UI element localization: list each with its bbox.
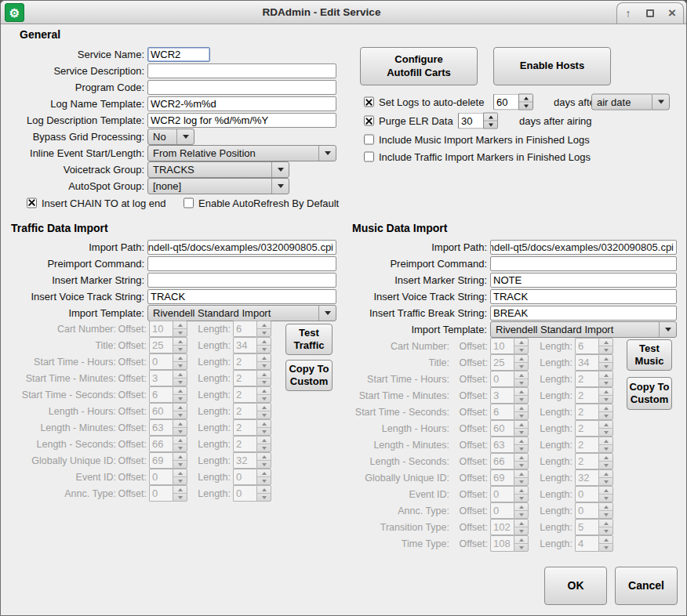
program-code-label: Program Code: xyxy=(7,82,147,93)
chevron-down-icon xyxy=(271,179,289,194)
spin-down-icon[interactable] xyxy=(484,121,497,129)
traffic-import-path-input[interactable]: endell-qt5/docs/examples/0320090805.cpi xyxy=(147,240,336,255)
auto-delete-basis-dropdown[interactable]: air date xyxy=(591,94,670,111)
offset-label: Offset: xyxy=(455,456,488,467)
voicetrack-group-row: Voicetrack Group: TRACKS xyxy=(7,161,344,178)
offset-spinbox-value: 69 xyxy=(490,469,514,486)
service-name-input[interactable] xyxy=(147,47,210,62)
inline-event-dropdown[interactable]: From Relative Position xyxy=(147,145,336,161)
service-description-input[interactable] xyxy=(147,63,336,78)
spinner-buttons xyxy=(598,354,613,371)
length-spinbox: 0 xyxy=(575,502,613,519)
auto-delete-days-value[interactable]: 60 xyxy=(493,94,518,111)
traffic-copy-to-custom-button[interactable]: Copy To Custom xyxy=(285,360,333,391)
length-label: Length: xyxy=(536,538,572,549)
insert-marker-label: Insert Marker String: xyxy=(346,274,490,286)
import-offset-row: Time Type:Offset:108Length:4 xyxy=(1,535,687,552)
ok-button[interactable]: OK xyxy=(544,567,607,605)
import-offset-row: Start Time - Seconds:Offset:6Length:2 xyxy=(1,404,687,420)
import-offset-row: Globally Unique ID:Offset:69Length:32 xyxy=(1,469,687,486)
preimport-command-label: Preimport Command: xyxy=(7,258,147,270)
traffic-voice-track-row: Insert Voice Track String: xyxy=(7,288,344,305)
cancel-button[interactable]: Cancel xyxy=(615,567,678,605)
spin-up-icon xyxy=(599,371,612,379)
traffic-import-template-dropdown[interactable]: Rivendell Standard Import xyxy=(147,305,336,321)
length-label: Length: xyxy=(536,407,572,418)
configure-autofill-carts-button[interactable]: Configure Autofill Carts xyxy=(360,47,478,85)
include-music-markers-checkbox[interactable] xyxy=(364,135,374,145)
purge-elr-days-value[interactable]: 30 xyxy=(458,113,483,129)
close-icon[interactable]: × xyxy=(663,5,681,21)
voicetrack-group-label: Voicetrack Group: xyxy=(7,164,147,176)
spin-down-icon[interactable] xyxy=(519,103,533,110)
music-insert-voice-track-input[interactable] xyxy=(490,289,677,304)
music-preimport-command-input[interactable] xyxy=(490,256,677,271)
include-traffic-markers-checkbox[interactable] xyxy=(364,152,374,162)
spin-down-icon xyxy=(514,495,528,502)
offset-label: Offset: xyxy=(455,390,488,401)
chain-to-checkbox[interactable] xyxy=(27,197,37,208)
music-copy-to-custom-button[interactable]: Copy To Custom xyxy=(627,377,672,410)
auto-delete-checkbox[interactable] xyxy=(364,97,374,107)
spin-down-icon xyxy=(599,544,612,551)
bypass-grid-dropdown[interactable]: No xyxy=(147,129,194,145)
length-label: Length: xyxy=(536,473,572,484)
music-insert-traffic-break-input[interactable] xyxy=(490,306,677,321)
general-heading: General xyxy=(20,28,60,41)
offset-spinbox: 0 xyxy=(490,502,529,519)
offset-label: Offset: xyxy=(455,440,488,451)
purge-elr-checkbox[interactable] xyxy=(364,116,374,126)
shade-icon[interactable]: ↑ xyxy=(620,5,637,21)
offset-spinbox-value: 63 xyxy=(490,437,514,453)
traffic-preimport-command-input[interactable] xyxy=(147,256,336,271)
spin-down-icon xyxy=(599,412,612,419)
test-traffic-button[interactable]: Test Traffic xyxy=(285,324,333,355)
length-label: Length: xyxy=(536,489,572,500)
spin-up-icon xyxy=(599,536,612,544)
spin-up-icon[interactable] xyxy=(484,114,497,121)
bypass-grid-value: No xyxy=(148,131,176,143)
offset-row-label: Time Type: xyxy=(297,538,449,549)
length-spinbox-value: 4 xyxy=(575,535,598,552)
voicetrack-group-dropdown[interactable]: TRACKS xyxy=(147,161,289,178)
offset-spinbox-value: 66 xyxy=(490,453,514,469)
length-spinbox-value: 2 xyxy=(575,453,598,469)
auto-delete-days-spinbox[interactable]: 60 xyxy=(493,94,533,111)
spin-up-icon xyxy=(514,421,528,429)
traffic-marker-row: Insert Marker String: xyxy=(7,272,344,288)
length-label: Length: xyxy=(536,440,572,451)
autospot-group-dropdown[interactable]: [none] xyxy=(147,178,289,194)
music-insert-marker-input[interactable] xyxy=(490,273,677,288)
test-music-button[interactable]: Test Music xyxy=(627,339,672,371)
spinner-buttons xyxy=(256,321,271,337)
chevron-down-icon xyxy=(271,162,289,177)
spin-up-icon xyxy=(514,355,528,363)
log-description-template-input[interactable] xyxy=(147,113,336,128)
offset-spinbox: 10 xyxy=(149,321,187,337)
traffic-insert-voice-track-input[interactable] xyxy=(147,289,336,304)
autorefresh-checkbox[interactable] xyxy=(184,197,194,208)
music-import-path-input[interactable]: endell-qt5/docs/examples/0320090805.cpi xyxy=(490,240,677,255)
autospot-group-row: AutoSpot Group: [none] xyxy=(7,178,344,194)
length-label: Length: xyxy=(536,456,572,467)
spin-up-icon[interactable] xyxy=(519,95,533,103)
log-name-template-input[interactable] xyxy=(147,96,336,111)
offset-row-label: Start Time - Minutes: xyxy=(297,390,449,401)
length-label: Length: xyxy=(536,357,572,368)
spinner-buttons xyxy=(514,519,529,535)
program-code-input[interactable] xyxy=(147,80,336,95)
purge-elr-days-spinbox[interactable]: 30 xyxy=(458,113,498,129)
spin-down-icon xyxy=(599,462,612,469)
traffic-insert-marker-input[interactable] xyxy=(147,273,336,288)
spin-up-icon xyxy=(599,503,612,511)
log-name-template-label: Log Name Template: xyxy=(7,98,147,110)
spin-down-icon xyxy=(173,329,187,336)
length-label: Length: xyxy=(536,423,572,434)
enable-hosts-button[interactable]: Enable Hosts xyxy=(493,47,611,85)
music-traffic-break-row: Insert Traffic Break String: xyxy=(346,305,685,321)
spinner-buttons xyxy=(518,94,533,111)
spin-up-icon xyxy=(599,437,612,445)
offset-row-label: Length - Hours: xyxy=(297,423,449,434)
maximize-icon[interactable] xyxy=(642,5,659,21)
offset-label: Offset: xyxy=(455,341,488,352)
